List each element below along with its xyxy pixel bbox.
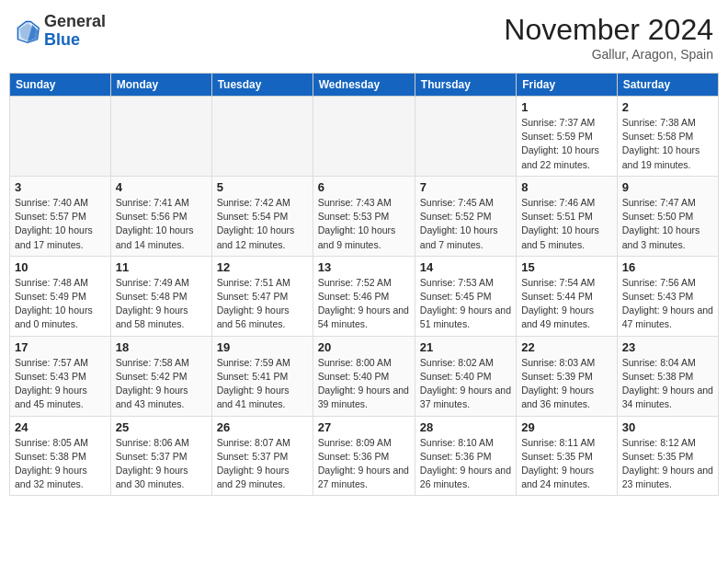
day-info: Sunrise: 8:04 AM Sunset: 5:38 PM Dayligh… — [622, 356, 713, 412]
title-block: November 2024 Gallur, Aragon, Spain — [504, 13, 713, 62]
day-info: Sunrise: 7:37 AM Sunset: 5:59 PM Dayligh… — [521, 116, 612, 172]
page-header: General Blue November 2024 Gallur, Arago… — [9, 9, 719, 65]
day-info: Sunrise: 7:59 AM Sunset: 5:41 PM Dayligh… — [217, 356, 308, 412]
calendar-cell: 6Sunrise: 7:43 AM Sunset: 5:53 PM Daylig… — [313, 176, 415, 256]
day-info: Sunrise: 7:42 AM Sunset: 5:54 PM Dayligh… — [217, 196, 308, 252]
calendar-cell: 5Sunrise: 7:42 AM Sunset: 5:54 PM Daylig… — [211, 176, 313, 256]
calendar-cell: 9Sunrise: 7:47 AM Sunset: 5:50 PM Daylig… — [617, 176, 718, 256]
calendar-cell: 11Sunrise: 7:49 AM Sunset: 5:48 PM Dayli… — [110, 256, 211, 336]
day-header-sunday: Sunday — [10, 74, 111, 97]
calendar-cell: 1Sunrise: 7:37 AM Sunset: 5:59 PM Daylig… — [517, 97, 618, 177]
calendar-cell: 30Sunrise: 8:12 AM Sunset: 5:35 PM Dayli… — [617, 416, 718, 496]
day-info: Sunrise: 8:11 AM Sunset: 5:35 PM Dayligh… — [521, 436, 612, 492]
day-info: Sunrise: 8:05 AM Sunset: 5:38 PM Dayligh… — [15, 436, 106, 492]
calendar-cell: 12Sunrise: 7:51 AM Sunset: 5:47 PM Dayli… — [211, 256, 313, 336]
day-header-friday: Friday — [517, 74, 618, 97]
day-header-saturday: Saturday — [617, 74, 718, 97]
day-info: Sunrise: 7:43 AM Sunset: 5:53 PM Dayligh… — [318, 196, 410, 252]
day-number: 20 — [318, 340, 410, 354]
day-number: 30 — [622, 420, 713, 434]
calendar-cell: 26Sunrise: 8:07 AM Sunset: 5:37 PM Dayli… — [211, 416, 313, 496]
calendar-cell — [10, 97, 111, 177]
calendar-cell: 8Sunrise: 7:46 AM Sunset: 5:51 PM Daylig… — [517, 176, 618, 256]
day-info: Sunrise: 7:56 AM Sunset: 5:43 PM Dayligh… — [622, 276, 713, 332]
day-number: 12 — [217, 260, 308, 274]
day-number: 2 — [622, 100, 713, 114]
logo-icon — [15, 18, 40, 44]
day-number: 29 — [521, 420, 612, 434]
day-info: Sunrise: 7:47 AM Sunset: 5:50 PM Dayligh… — [622, 196, 713, 252]
logo-blue-text: Blue — [44, 30, 80, 49]
day-info: Sunrise: 7:52 AM Sunset: 5:46 PM Dayligh… — [318, 276, 410, 332]
calendar-cell: 28Sunrise: 8:10 AM Sunset: 5:36 PM Dayli… — [415, 416, 516, 496]
day-number: 3 — [15, 180, 106, 194]
day-number: 5 — [217, 180, 308, 194]
day-number: 13 — [318, 260, 410, 274]
day-info: Sunrise: 8:00 AM Sunset: 5:40 PM Dayligh… — [318, 356, 410, 412]
day-number: 10 — [15, 260, 106, 274]
day-number: 25 — [116, 420, 207, 434]
day-info: Sunrise: 8:12 AM Sunset: 5:35 PM Dayligh… — [622, 436, 713, 492]
day-number: 14 — [420, 260, 511, 274]
calendar-cell: 19Sunrise: 7:59 AM Sunset: 5:41 PM Dayli… — [211, 336, 313, 416]
calendar-cell: 29Sunrise: 8:11 AM Sunset: 5:35 PM Dayli… — [517, 416, 618, 496]
day-info: Sunrise: 8:10 AM Sunset: 5:36 PM Dayligh… — [420, 436, 511, 492]
calendar-cell: 7Sunrise: 7:45 AM Sunset: 5:52 PM Daylig… — [415, 176, 516, 256]
day-number: 15 — [521, 260, 612, 274]
calendar-cell — [211, 97, 313, 177]
day-info: Sunrise: 8:02 AM Sunset: 5:40 PM Dayligh… — [420, 356, 511, 412]
calendar-cell: 16Sunrise: 7:56 AM Sunset: 5:43 PM Dayli… — [617, 256, 718, 336]
calendar-cell — [415, 97, 516, 177]
day-info: Sunrise: 8:03 AM Sunset: 5:39 PM Dayligh… — [521, 356, 612, 412]
calendar-cell: 24Sunrise: 8:05 AM Sunset: 5:38 PM Dayli… — [10, 416, 111, 496]
day-header-tuesday: Tuesday — [211, 74, 313, 97]
calendar-cell: 23Sunrise: 8:04 AM Sunset: 5:38 PM Dayli… — [617, 336, 718, 416]
calendar-cell: 25Sunrise: 8:06 AM Sunset: 5:37 PM Dayli… — [110, 416, 211, 496]
calendar-cell: 21Sunrise: 8:02 AM Sunset: 5:40 PM Dayli… — [415, 336, 516, 416]
day-number: 18 — [116, 340, 207, 354]
logo: General Blue — [15, 13, 106, 50]
calendar-cell: 17Sunrise: 7:57 AM Sunset: 5:43 PM Dayli… — [10, 336, 111, 416]
day-number: 17 — [15, 340, 106, 354]
calendar-cell: 20Sunrise: 8:00 AM Sunset: 5:40 PM Dayli… — [313, 336, 415, 416]
calendar-cell: 14Sunrise: 7:53 AM Sunset: 5:45 PM Dayli… — [415, 256, 516, 336]
day-number: 8 — [521, 180, 612, 194]
day-number: 24 — [15, 420, 106, 434]
day-number: 7 — [420, 180, 511, 194]
day-number: 6 — [318, 180, 410, 194]
day-info: Sunrise: 7:57 AM Sunset: 5:43 PM Dayligh… — [15, 356, 106, 412]
day-number: 21 — [420, 340, 511, 354]
calendar-cell: 10Sunrise: 7:48 AM Sunset: 5:49 PM Dayli… — [10, 256, 111, 336]
day-number: 9 — [622, 180, 713, 194]
calendar-cell: 3Sunrise: 7:40 AM Sunset: 5:57 PM Daylig… — [10, 176, 111, 256]
day-info: Sunrise: 7:58 AM Sunset: 5:42 PM Dayligh… — [116, 356, 207, 412]
calendar-cell: 2Sunrise: 7:38 AM Sunset: 5:58 PM Daylig… — [617, 97, 718, 177]
calendar-cell — [110, 97, 211, 177]
month-title: November 2024 — [504, 13, 713, 47]
day-number: 27 — [318, 420, 410, 434]
day-info: Sunrise: 8:07 AM Sunset: 5:37 PM Dayligh… — [217, 436, 308, 492]
day-info: Sunrise: 7:40 AM Sunset: 5:57 PM Dayligh… — [15, 196, 106, 252]
calendar-cell — [313, 97, 415, 177]
day-info: Sunrise: 7:48 AM Sunset: 5:49 PM Dayligh… — [15, 276, 106, 332]
calendar-table: SundayMondayTuesdayWednesdayThursdayFrid… — [9, 73, 719, 496]
day-number: 28 — [420, 420, 511, 434]
calendar-cell: 27Sunrise: 8:09 AM Sunset: 5:36 PM Dayli… — [313, 416, 415, 496]
calendar-cell: 15Sunrise: 7:54 AM Sunset: 5:44 PM Dayli… — [517, 256, 618, 336]
day-info: Sunrise: 7:53 AM Sunset: 5:45 PM Dayligh… — [420, 276, 511, 332]
day-info: Sunrise: 7:45 AM Sunset: 5:52 PM Dayligh… — [420, 196, 511, 252]
day-header-monday: Monday — [110, 74, 211, 97]
location-text: Gallur, Aragon, Spain — [504, 47, 713, 62]
day-number: 26 — [217, 420, 308, 434]
day-number: 19 — [217, 340, 308, 354]
day-header-thursday: Thursday — [415, 74, 516, 97]
day-number: 22 — [521, 340, 612, 354]
day-info: Sunrise: 7:38 AM Sunset: 5:58 PM Dayligh… — [622, 116, 713, 172]
calendar-cell: 4Sunrise: 7:41 AM Sunset: 5:56 PM Daylig… — [110, 176, 211, 256]
calendar-cell: 18Sunrise: 7:58 AM Sunset: 5:42 PM Dayli… — [110, 336, 211, 416]
day-info: Sunrise: 7:51 AM Sunset: 5:47 PM Dayligh… — [217, 276, 308, 332]
day-info: Sunrise: 7:41 AM Sunset: 5:56 PM Dayligh… — [116, 196, 207, 252]
day-info: Sunrise: 7:46 AM Sunset: 5:51 PM Dayligh… — [521, 196, 612, 252]
day-header-wednesday: Wednesday — [313, 74, 415, 97]
day-number: 23 — [622, 340, 713, 354]
